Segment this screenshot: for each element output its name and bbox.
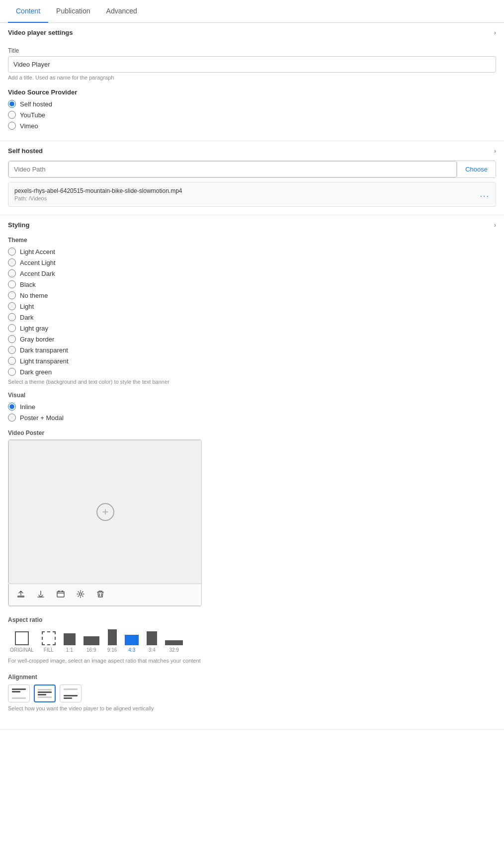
aspect-32-9-label: 32:9 [169,647,179,653]
theme-black[interactable]: Black [8,280,496,288]
video-source-group: Self hosted YouTube Vimeo [8,100,496,130]
styling-body: Theme Light Accent Accent Light Accent D… [0,237,504,729]
theme-dark-label: Dark [20,314,33,321]
video-player-settings-body: Title Add a title. Used as name for the … [0,47,504,141]
file-more-button[interactable]: ... [480,190,490,199]
poster-download-button[interactable] [36,589,46,600]
aspect-ratio-hint: For well-cropped image, select an image … [8,658,496,664]
tab-publication[interactable]: Publication [48,0,98,23]
radio-self-hosted[interactable]: Self hosted [8,100,496,108]
poster-delete-button[interactable] [95,589,105,600]
self-hosted-collapse-icon: › [494,148,496,155]
theme-no-theme-label: No theme [20,292,48,299]
aspect-fill-shape [42,631,56,645]
aspect-16-9-button[interactable]: 16:9 [82,634,101,655]
theme-light-label: Light [20,303,34,310]
aspect-ratio-row: ORIGINAL FILL 1:1 16:9 [8,627,496,655]
choose-button[interactable]: Choose [457,162,496,177]
theme-dark-transparent[interactable]: Dark transparent [8,346,496,354]
radio-youtube-label: YouTube [20,111,45,119]
aspect-fill-button[interactable]: FILL [40,629,58,655]
tab-content[interactable]: Content [8,0,48,23]
visual-inline[interactable]: Inline [8,403,496,411]
poster-browse-button[interactable] [56,589,66,600]
styling-section: Styling › Theme Light Accent Accent Ligh… [0,215,504,730]
poster-plus-icon: + [96,503,114,521]
video-player-settings-section: Video player settings › Title Add a titl… [0,23,504,141]
visual-inline-label: Inline [20,403,35,411]
title-hint: Add a title. Used as name for the paragr… [8,75,496,81]
theme-accent-dark[interactable]: Accent Dark [8,269,496,277]
video-player-settings-header[interactable]: Video player settings › [0,23,504,42]
poster-upload-button[interactable] [16,589,26,600]
theme-dark[interactable]: Dark [8,313,496,321]
aspect-ratio-label: Aspect ratio [8,616,496,623]
align-center-button[interactable] [34,685,56,702]
radio-vimeo[interactable]: Vimeo [8,122,496,130]
aspect-9-16-button[interactable]: 9:16 [105,627,119,655]
video-player-settings-title: Video player settings [8,29,73,36]
video-poster-section: Video Poster + [8,429,496,606]
aspect-1-1-shape [64,633,76,645]
aspect-16-9-shape [84,636,99,645]
theme-light-transparent[interactable]: Light transparent [8,357,496,365]
theme-light-accent[interactable]: Light Accent [8,248,496,256]
theme-dark-transparent-label: Dark transparent [20,346,68,354]
tabs-bar: Content Publication Advanced [0,0,504,23]
theme-dark-green[interactable]: Dark green [8,368,496,376]
svg-rect-1 [58,591,60,592]
theme-label: Theme [8,237,496,244]
styling-title: Styling [8,221,29,229]
file-info-row: pexels-rhys-abel-6420515-mountain-bike-s… [8,182,496,207]
theme-gray-border[interactable]: Gray border [8,335,496,343]
aspect-ratio-section: Aspect ratio ORIGINAL FILL 1:1 [8,616,496,664]
tab-advanced[interactable]: Advanced [98,0,145,23]
collapse-icon: › [494,29,496,36]
radio-vimeo-label: Vimeo [20,122,38,130]
theme-accent-light-label: Accent Light [20,259,56,266]
svg-point-3 [80,593,82,596]
aspect-16-9-label: 16:9 [86,647,96,653]
aspect-4-3-shape [125,635,139,645]
alignment-row [8,685,496,702]
theme-light-gray[interactable]: Light gray [8,324,496,332]
aspect-1-1-label: 1:1 [66,647,73,653]
alignment-hint: Select how you want the video player to … [8,705,496,711]
self-hosted-header[interactable]: Self hosted › [0,141,504,161]
align-center-icon [38,689,52,698]
aspect-1-1-button[interactable]: 1:1 [62,631,78,655]
theme-radio-group: Light Accent Accent Light Accent Dark Bl… [8,248,496,376]
visual-poster-modal[interactable]: Poster + Modal [8,414,496,422]
align-top-button[interactable] [8,685,30,702]
align-top-icon [12,688,26,699]
styling-collapse-icon: › [494,222,496,229]
aspect-32-9-button[interactable]: 32:9 [163,638,185,655]
poster-settings-button[interactable] [76,589,85,600]
title-input[interactable] [8,56,496,73]
svg-rect-2 [62,591,63,592]
theme-accent-light[interactable]: Accent Light [8,258,496,266]
file-info-details: pexels-rhys-abel-6420515-mountain-bike-s… [14,187,182,201]
theme-light[interactable]: Light [8,302,496,310]
theme-accent-dark-label: Accent Dark [20,270,55,277]
aspect-4-3-button[interactable]: 4:3 [123,633,141,655]
poster-upload-area[interactable]: + [8,440,202,584]
poster-toolbar [8,584,202,606]
radio-self-hosted-label: Self hosted [20,100,52,108]
aspect-3-4-shape [147,631,157,645]
aspect-3-4-button[interactable]: 3:4 [145,629,159,655]
theme-light-transparent-label: Light transparent [20,357,69,365]
radio-youtube[interactable]: YouTube [8,111,496,119]
video-source-label: Video Source Provider [8,88,496,96]
aspect-original-button[interactable]: ORIGINAL [8,629,36,655]
theme-gray-border-label: Gray border [20,336,54,343]
styling-header[interactable]: Styling › [0,215,504,235]
video-path-input[interactable] [8,161,457,177]
theme-no-theme[interactable]: No theme [8,291,496,299]
self-hosted-title: Self hosted [8,147,43,155]
aspect-3-4-label: 3:4 [149,647,156,653]
theme-dark-green-label: Dark green [20,368,52,376]
align-bottom-button[interactable] [60,685,82,702]
file-name: pexels-rhys-abel-6420515-mountain-bike-s… [14,187,182,194]
svg-rect-0 [57,592,64,597]
